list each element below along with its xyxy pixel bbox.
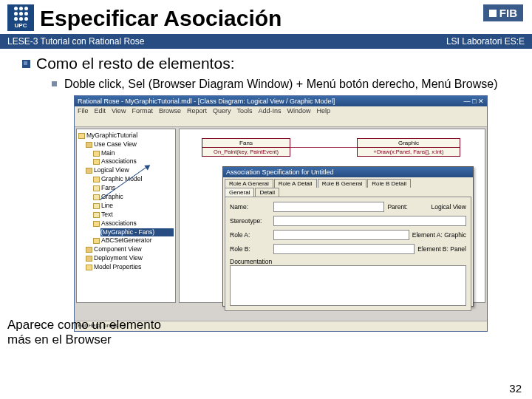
lab-label: LSI Laboratori ES:E [446, 36, 525, 47]
bullet-icon [22, 60, 30, 68]
documentation-field[interactable] [230, 265, 466, 306]
app-screenshot: Rational Rose - MyGraphicTutorial.mdl - … [74, 95, 488, 332]
rolea-field[interactable] [273, 230, 409, 240]
class-graphic: Graphic +Draw(x:Panel, Fans[], x:int) [357, 138, 460, 157]
bullet-text: Como el resto de elementos: [36, 55, 234, 72]
window-titlebar: Rational Rose - MyGraphicTutorial.mdl - … [75, 96, 487, 106]
page-number: 32 [509, 382, 522, 395]
browser-tree[interactable]: MyGraphicTutorial Use Case View Main Ass… [76, 129, 176, 303]
stereotype-field[interactable] [273, 216, 466, 226]
selected-association: (MyGraphic - Fans) [100, 228, 174, 237]
window-controls[interactable]: — □ ✕ [464, 98, 484, 105]
fib-logo: FIB [483, 4, 523, 21]
breadcrumb-bar: LESE-3 Tutorial con Rational Rose LSI La… [0, 34, 532, 49]
course-label: LESE-3 Tutorial con Rational Rose [7, 36, 144, 47]
toolbar[interactable] [75, 115, 487, 127]
name-field[interactable] [273, 202, 384, 212]
dialog-tabs: Role A General Role A Detail Role B Gene… [223, 177, 473, 188]
page-title: Especificar Asociación [40, 4, 282, 31]
callout-text: Aparece como un elemento más en el Brows… [7, 318, 185, 348]
association-line [290, 147, 357, 148]
sub-bullet-text: Doble click, Sel (Browser Diagram Window… [64, 77, 497, 92]
roleb-field[interactable] [273, 244, 415, 254]
association-dialog[interactable]: Association Specification for Untitled R… [222, 166, 474, 307]
class-fans: Fans On_Paint(key, PaintEvent) [202, 138, 290, 157]
menubar[interactable]: FileEditViewFormatBrowseReportQueryTools… [75, 106, 487, 115]
sub-bullet-icon [52, 81, 57, 86]
upc-logo: UPC [7, 4, 34, 31]
